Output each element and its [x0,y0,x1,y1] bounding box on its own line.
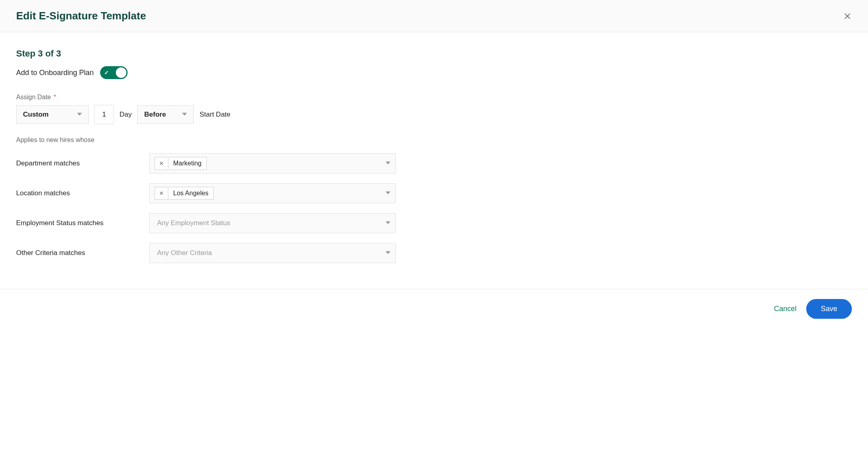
location-label: Location matches [16,189,149,197]
relation-select[interactable]: Before [137,105,194,124]
modal-footer: Cancel Save [0,289,868,328]
svg-marker-2 [77,113,82,115]
svg-marker-6 [386,221,390,224]
cancel-button[interactable]: Cancel [774,305,797,313]
relation-value: Before [144,111,166,119]
other-criteria-placeholder: Any Other Criteria [155,249,212,257]
location-select[interactable]: ✕ Los Angeles [149,183,396,203]
day-unit-label: Day [120,111,132,119]
chevron-down-icon [77,111,82,119]
location-row: Location matches ✕ Los Angeles [16,183,852,203]
svg-marker-4 [386,161,390,164]
onboarding-toggle-label: Add to Onboarding Plan [16,69,94,77]
other-criteria-label: Other Criteria matches [16,249,149,257]
onboarding-toggle[interactable]: ✓ [100,66,128,79]
close-icon [843,12,852,21]
chevron-down-icon [182,111,187,119]
modal-content: Step 3 of 3 Add to Onboarding Plan ✓ Ass… [0,32,868,289]
employment-status-placeholder: Any Employment Status [155,219,230,227]
reference-date-label: Start Date [199,111,231,119]
assign-date-label: Assign Date * [16,94,852,101]
svg-marker-5 [386,191,390,194]
department-chip: ✕ Marketing [155,157,207,170]
chevron-down-icon [386,160,390,167]
assign-mode-select[interactable]: Custom [16,105,89,124]
applies-to-label: Applies to new hires whose [16,136,852,144]
employment-status-row: Employment Status matches Any Employment… [16,213,852,233]
department-label: Department matches [16,159,149,167]
modal-title: Edit E-Signature Template [16,10,146,22]
save-button[interactable]: Save [806,299,852,319]
remove-chip-button[interactable]: ✕ [155,188,168,199]
department-row: Department matches ✕ Marketing [16,153,852,174]
assign-mode-value: Custom [23,111,48,119]
chevron-down-icon [386,249,390,257]
step-indicator: Step 3 of 3 [16,48,852,59]
chevron-down-icon [386,220,390,227]
employment-status-select[interactable]: Any Employment Status [149,213,396,233]
employment-status-label: Employment Status matches [16,219,149,227]
chip-text: Marketing [168,157,206,169]
remove-chip-button[interactable]: ✕ [155,158,168,169]
close-button[interactable] [843,12,852,21]
svg-marker-7 [386,251,390,254]
day-count-input[interactable] [94,105,114,124]
chevron-down-icon [386,190,390,197]
assign-date-row: Custom Day Before Start Date [16,105,852,124]
required-indicator: * [54,94,56,100]
location-chip: ✕ Los Angeles [155,187,214,200]
chip-text: Los Angeles [168,187,213,199]
department-select[interactable]: ✕ Marketing [149,153,396,174]
location-chips: ✕ Los Angeles [155,187,214,200]
svg-marker-3 [182,113,187,115]
onboarding-toggle-row: Add to Onboarding Plan ✓ [16,66,852,79]
toggle-knob [116,67,126,78]
other-criteria-select[interactable]: Any Other Criteria [149,243,396,263]
modal-header: Edit E-Signature Template [0,0,868,32]
other-criteria-row: Other Criteria matches Any Other Criteri… [16,243,852,263]
department-chips: ✕ Marketing [155,157,207,170]
assign-date-label-text: Assign Date [16,94,51,100]
check-icon: ✓ [104,69,109,76]
